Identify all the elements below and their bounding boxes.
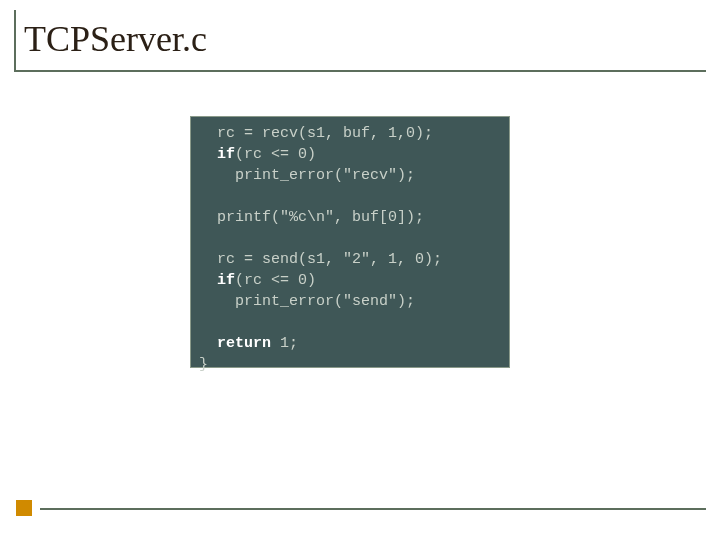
code-block: rc = recv(s1, buf, 1,0); if(rc <= 0) pri…	[190, 116, 510, 368]
code-line: print_error("send");	[199, 293, 415, 310]
code-line: rc = recv(s1, buf, 1,0);	[199, 125, 433, 142]
title-bar: TCPServer.c	[14, 10, 706, 72]
code-keyword: return	[199, 335, 271, 352]
code-line: (rc <= 0)	[235, 146, 316, 163]
code-line: rc = send(s1, "2", 1, 0);	[199, 251, 442, 268]
accent-square-icon	[16, 500, 32, 516]
code-line: printf("%c\n", buf[0]);	[199, 209, 424, 226]
slide: TCPServer.c rc = recv(s1, buf, 1,0); if(…	[0, 0, 720, 540]
code-line: 1;	[271, 335, 298, 352]
code-keyword: if	[199, 146, 235, 163]
code-keyword: if	[199, 272, 235, 289]
footer-divider	[40, 508, 706, 510]
code-line: print_error("recv");	[199, 167, 415, 184]
code-line: (rc <= 0)	[235, 272, 316, 289]
code-line: }	[199, 356, 208, 373]
page-title: TCPServer.c	[16, 10, 706, 68]
